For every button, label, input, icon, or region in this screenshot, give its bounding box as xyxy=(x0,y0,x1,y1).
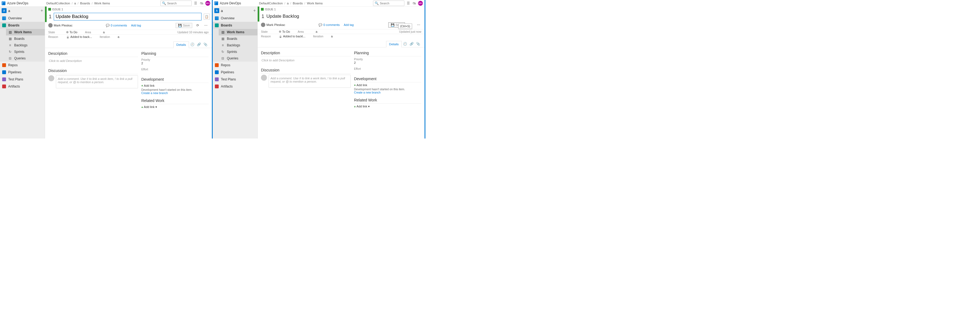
nav-pipelines[interactable]: Pipelines xyxy=(213,69,258,76)
comments-link[interactable]: 💬0 comments xyxy=(106,24,127,27)
save-button[interactable]: 💾Save xyxy=(176,23,192,28)
nav-label: Boards xyxy=(227,37,237,41)
assignee-name: Mark Pleskac xyxy=(266,23,285,27)
shopping-bag-icon[interactable]: 🛍 xyxy=(412,1,416,5)
search-field[interactable] xyxy=(380,2,403,5)
nav-queries[interactable]: ⊟Queries xyxy=(6,55,45,62)
effort-value[interactable] xyxy=(354,70,421,76)
create-branch-link[interactable]: Create a new branch xyxy=(141,91,208,95)
nav-pipelines[interactable]: Pipelines xyxy=(0,69,45,76)
shopping-bag-icon[interactable]: 🛍 xyxy=(199,1,204,5)
work-item-type-chip[interactable]: ISSUE 1 xyxy=(47,6,212,12)
nav-sprints[interactable]: ↻Sprints xyxy=(6,49,45,55)
nav-label: Work Items xyxy=(14,30,32,34)
nav-artifacts[interactable]: Artifacts xyxy=(213,83,258,90)
breadcrumb-item[interactable]: a xyxy=(287,2,288,5)
iteration-value[interactable]: a xyxy=(118,35,119,38)
person-avatar-icon xyxy=(48,23,52,27)
nav-backlogs[interactable]: ≡Backlogs xyxy=(6,42,45,49)
development-note: Development hasn't started on this item. xyxy=(141,88,208,91)
iteration-value[interactable]: a xyxy=(331,35,332,38)
description-field[interactable]: Click to add Description xyxy=(48,58,138,63)
breadcrumb-item[interactable]: Boards xyxy=(80,2,90,5)
list-icon[interactable]: ☰ xyxy=(193,1,198,5)
nav-artifacts[interactable]: Artifacts xyxy=(0,83,45,90)
search-field[interactable] xyxy=(167,2,190,5)
work-item-type-chip[interactable]: ISSUE 1 xyxy=(259,6,425,12)
project-badge: A xyxy=(214,8,219,13)
nav-overview[interactable]: Overview xyxy=(213,15,258,22)
add-related-link-button[interactable]: Add link ▾ xyxy=(141,105,208,109)
nav-overview[interactable]: Overview xyxy=(0,15,45,22)
area-value[interactable]: a xyxy=(316,30,317,33)
nav-boards-sub[interactable]: ▦Boards xyxy=(6,35,45,42)
discussion-input[interactable]: Add a comment. Use # to link a work item… xyxy=(269,75,351,88)
priority-value[interactable]: 2 xyxy=(354,61,421,66)
attachments-icon[interactable]: 📎 xyxy=(415,41,421,47)
reason-value[interactable]: Added to back... xyxy=(66,35,92,38)
project-selector[interactable]: A a + xyxy=(0,6,45,15)
add-link-button[interactable]: Add link xyxy=(354,83,421,87)
user-avatar[interactable]: MH xyxy=(418,1,423,6)
add-tag-button[interactable]: Add tag xyxy=(130,23,142,27)
add-tag-button[interactable]: Add tag xyxy=(342,23,355,27)
nav-boards-sub[interactable]: ▦Boards xyxy=(219,35,258,42)
nav-testplans[interactable]: Test Plans xyxy=(213,76,258,83)
tab-details[interactable]: Details xyxy=(173,41,189,48)
nav-queries[interactable]: ⊟Queries xyxy=(219,55,258,62)
planning-heading: Planning xyxy=(354,50,421,56)
comments-link[interactable]: 💬0 comments xyxy=(318,23,340,27)
history-icon[interactable]: 🕘 xyxy=(189,41,196,48)
nav-sprints[interactable]: ↻Sprints xyxy=(219,49,258,55)
breadcrumb-item[interactable]: Work Items xyxy=(307,2,323,5)
assignee-picker[interactable]: Mark Pleskac xyxy=(261,23,285,27)
add-project-icon[interactable]: + xyxy=(253,8,256,13)
sprint-icon: ↻ xyxy=(221,50,225,54)
create-branch-link[interactable]: Create a new branch xyxy=(354,91,421,94)
history-icon[interactable]: 🕘 xyxy=(402,41,408,47)
more-actions-button[interactable]: ⋯ xyxy=(416,22,421,27)
add-project-icon[interactable]: + xyxy=(41,8,43,13)
breadcrumb-item[interactable]: a xyxy=(74,2,76,5)
search-input[interactable]: 🔍 xyxy=(160,0,192,6)
nav-repos[interactable]: Repos xyxy=(0,62,45,69)
tab-details[interactable]: Details xyxy=(386,41,402,48)
nav-workitems[interactable]: ▤Work Items xyxy=(219,29,258,35)
search-input[interactable]: 🔍 xyxy=(373,0,404,6)
sprint-icon: ↻ xyxy=(8,50,12,54)
links-icon[interactable]: 🔗 xyxy=(196,41,202,48)
links-icon[interactable]: 🔗 xyxy=(408,41,415,47)
breadcrumb-item[interactable]: DefaultCollection xyxy=(46,2,70,5)
attachments-icon[interactable]: 📎 xyxy=(202,41,208,48)
effort-value[interactable] xyxy=(141,71,208,76)
related-work-heading: Related Work xyxy=(141,97,208,104)
breadcrumb-item[interactable]: Work Items xyxy=(94,2,110,5)
nav-boards[interactable]: Boards xyxy=(213,22,258,29)
breadcrumb-item[interactable]: DefaultCollection xyxy=(259,2,283,5)
title-input[interactable] xyxy=(54,13,202,21)
add-link-button[interactable]: Add link xyxy=(141,84,208,87)
priority-value[interactable]: 2 xyxy=(141,61,208,67)
description-field[interactable]: Click to add Description xyxy=(261,57,351,63)
more-actions-button[interactable]: ⋯ xyxy=(203,23,208,28)
template-button[interactable]: 📋 xyxy=(204,14,210,20)
nav-backlogs[interactable]: ≡Backlogs xyxy=(219,42,258,49)
user-avatar[interactable]: MH xyxy=(205,1,210,6)
area-value[interactable]: a xyxy=(103,30,105,34)
state-value[interactable]: To Do xyxy=(279,30,290,33)
state-value[interactable]: To Do xyxy=(66,30,78,34)
assignee-picker[interactable]: Mark Pleskac xyxy=(48,23,73,27)
nav-testplans[interactable]: Test Plans xyxy=(0,76,45,83)
discussion-input[interactable]: Add a comment. Use # to link a work item… xyxy=(56,75,138,88)
add-related-link-button[interactable]: Add link ▾ xyxy=(354,105,421,108)
nav-repos[interactable]: Repos xyxy=(213,62,258,69)
refresh-button[interactable]: ⟳ xyxy=(195,23,200,28)
tabs: Details 🕘 🔗 📎 xyxy=(45,41,212,48)
reason-value[interactable]: Added to backl... xyxy=(279,35,305,38)
nav-boards[interactable]: Boards xyxy=(0,22,45,29)
breadcrumb-item[interactable]: Boards xyxy=(293,2,303,5)
nav-workitems[interactable]: ▤Work Items xyxy=(6,29,45,35)
project-selector[interactable]: A a + xyxy=(213,6,258,15)
title-text[interactable]: Update Backlog xyxy=(266,13,422,20)
list-icon[interactable]: ☰ xyxy=(406,1,410,5)
